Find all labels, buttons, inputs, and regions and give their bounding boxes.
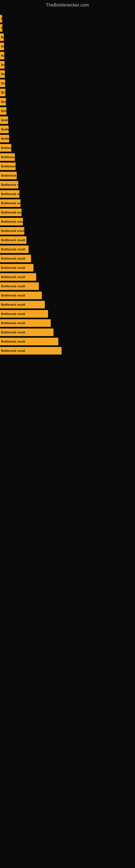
bar-label: Bottleneck result <box>1 331 25 334</box>
bar-item: Bottle <box>0 116 8 124</box>
bar-label: Bottleneck result <box>1 248 25 251</box>
bar-item: Bo <box>0 70 5 78</box>
bars-container: BBBoBoBoBoBoBoBoBotBottBottleBottleBottl… <box>0 9 135 355</box>
bar-item: Bottleneck result <box>0 347 61 354</box>
bar-item: Bottleneck result <box>0 264 34 272</box>
bar-item: Bottleneck <box>0 144 11 152</box>
bar-item: Bot <box>0 98 6 105</box>
bar-label: Bo <box>1 63 5 66</box>
bar-label: Bottleneck resul <box>1 174 17 177</box>
bar-label: Bottle <box>1 137 9 140</box>
bar-label: Bottle <box>1 128 9 131</box>
bar-row: Bo <box>0 79 135 88</box>
bar-row: Bo <box>0 61 135 69</box>
site-title: TheBottlenecker.com <box>0 0 135 9</box>
bar-item: Bo <box>0 42 4 50</box>
bar-row: Bottleneck <box>0 144 135 152</box>
bar-item: Bott <box>0 107 6 115</box>
bar-row: B <box>0 14 135 23</box>
bar-item: Bottleneck result <box>0 291 42 299</box>
bar-row: Bottleneck result <box>0 180 135 189</box>
bar-row: Bottleneck result <box>0 328 135 337</box>
bar-row: Bottleneck result <box>0 310 135 318</box>
bar-item: Bottle <box>0 135 9 143</box>
bar-row: Bott <box>0 106 135 115</box>
bar-row: Bottle <box>0 125 135 134</box>
bar-item: Bottleneck result <box>0 218 23 225</box>
bar-item: Bottleneck resul <box>0 172 17 179</box>
bar-row: Bottleneck result <box>0 273 135 281</box>
bar-row: Bottleneck res <box>0 208 135 217</box>
bar-row: Bottleneck result <box>0 337 135 346</box>
bar-label: Bottleneck result <box>1 229 24 232</box>
bar-label: Bottleneck result <box>1 321 25 325</box>
bar-label: Bottleneck result <box>1 312 25 315</box>
bar-label: Bottle <box>1 119 8 122</box>
bar-label: Bo <box>1 35 4 39</box>
bar-item: Bottleneck result <box>0 255 31 262</box>
bar-item: Bottleneck result <box>0 199 20 207</box>
bar-label: Bo <box>1 82 5 85</box>
bar-row: Bottleneck result <box>0 264 135 272</box>
bar-label: Bottleneck result <box>1 275 25 279</box>
bar-row: Bo <box>0 88 135 97</box>
bar-row: Bottle <box>0 116 135 124</box>
bar-item: Bottleneck result <box>0 319 51 327</box>
bar-label: B <box>1 26 2 30</box>
bar-item: Bottleneck result <box>0 236 27 244</box>
bar-item: B <box>0 24 2 32</box>
bar-item: Bottleneck result <box>0 310 48 318</box>
bar-item: Bottleneck result <box>0 301 45 308</box>
bar-item: Bottleneck result <box>0 282 39 290</box>
bar-row: Bo <box>0 42 135 51</box>
bar-label: Bo <box>1 54 4 57</box>
bar-row: Bottleneck result <box>0 300 135 309</box>
bar-label: Bottleneck result <box>1 349 25 352</box>
bar-item: Bottleneck resu <box>0 153 15 161</box>
bar-label: Bot <box>1 100 6 103</box>
bar-row: Bottleneck result <box>0 226 135 235</box>
bar-item: Bottleneck r <box>0 162 16 170</box>
bar-row: Bottleneck result <box>0 319 135 328</box>
bar-item: Bo <box>0 80 5 87</box>
bar-label: Bottleneck result <box>1 284 25 288</box>
bar-label: Bottleneck resul <box>1 192 19 195</box>
bar-label: Bottleneck result <box>1 202 20 205</box>
bar-label: Bo <box>1 72 5 76</box>
bar-row: Bottleneck result <box>0 346 135 355</box>
bar-row: Bot <box>0 97 135 106</box>
bar-item: Bottleneck result <box>0 181 18 188</box>
bar-row: Bottleneck result <box>0 282 135 290</box>
bar-label: Bottleneck result <box>1 239 25 242</box>
bar-label: Bottleneck result <box>1 183 18 186</box>
bar-row: Bottleneck result <box>0 254 135 263</box>
bar-label: Bottleneck resu <box>1 155 15 159</box>
bar-label: Bottleneck result <box>1 257 25 260</box>
bar-label: Bottleneck result <box>1 303 25 306</box>
bar-row: Bottleneck result <box>0 199 135 208</box>
bar-row: Bottleneck resul <box>0 171 135 180</box>
bar-label: Bottleneck result <box>1 266 25 269</box>
bar-item: Bottleneck result <box>0 273 36 281</box>
bar-label: Bo <box>1 91 5 94</box>
bar-label: Bottleneck <box>1 146 11 150</box>
bar-row: Bo <box>0 70 135 79</box>
bar-label: B <box>1 17 2 20</box>
bar-row: Bottleneck result <box>0 291 135 300</box>
bar-row: Bottleneck result <box>0 236 135 244</box>
bar-label: Bottleneck result <box>1 220 23 223</box>
bar-label: Bottleneck result <box>1 294 25 297</box>
bar-label: Bott <box>1 109 6 113</box>
bar-row: Bo <box>0 33 135 41</box>
bar-item: Bottleneck resul <box>0 190 19 198</box>
bar-row: Bottleneck resu <box>0 153 135 161</box>
bar-row: Bottle <box>0 134 135 143</box>
bar-item: Bottleneck result <box>0 329 53 336</box>
bar-item: Bo <box>0 89 5 96</box>
bar-item: Bottleneck result <box>0 246 29 253</box>
bar-label: Bottleneck res <box>1 211 21 214</box>
bar-label: Bo <box>1 45 4 48</box>
bar-item: Bo <box>0 52 4 59</box>
bar-row: Bo <box>0 51 135 60</box>
bar-item: Bottleneck res <box>0 209 21 216</box>
